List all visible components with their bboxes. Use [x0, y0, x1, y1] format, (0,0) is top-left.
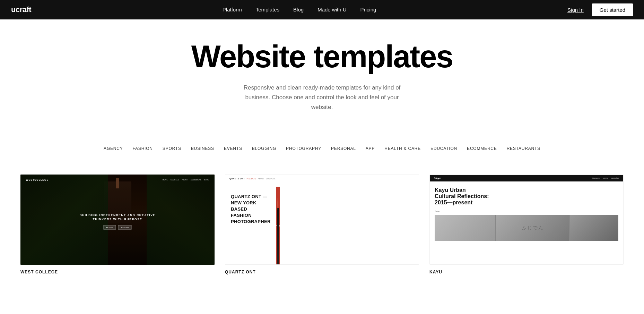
- hero-title: Website templates: [7, 40, 637, 73]
- template-preview-quartz-ont[interactable]: QUARTZ ONT PROJECTS ABOUT CONTACTS QUART…: [225, 175, 419, 265]
- kayu-link-works: works: [603, 177, 608, 179]
- filter-tab-restaurants[interactable]: RESTAURANTS: [502, 143, 545, 154]
- kayu-location: Tokyo: [435, 210, 618, 212]
- wc-mini-link-3: ABOUT: [182, 179, 188, 181]
- quartz-left-panel: QUARTZ ONT —NEW YORK BASEDFASHIONPHOTOGR…: [225, 187, 276, 264]
- nav-link-blog[interactable]: Blog: [293, 7, 304, 12]
- template-card-kayu[interactable]: /Kayu biography works contact us Kayu Ur…: [429, 175, 624, 274]
- kayu-photo-2: ふじでん: [496, 215, 569, 241]
- nav-link-templates[interactable]: Templates: [256, 7, 279, 12]
- nav-menu: Platform Templates Blog Made with U Pric…: [223, 7, 376, 13]
- template-name-quartz-ont: QUARTZ ONT: [225, 270, 419, 274]
- quartz-photo-bg: ‹ ›: [276, 187, 280, 264]
- wc-mini-logo: WESTCOLLEGE: [26, 179, 49, 181]
- hero-section: Website templates Responsive and clean r…: [0, 19, 644, 126]
- quartz-link-about: ABOUT: [258, 178, 264, 180]
- kayu-content-area: Kayu UrbanCultural Reflections:2015—pres…: [430, 181, 623, 264]
- wc-mini-link-5: BLOG: [204, 179, 209, 181]
- filter-tab-agency[interactable]: AGENCY: [99, 143, 128, 154]
- wc-cta-buttons: ABOUT US APPLY NOW: [79, 225, 155, 230]
- filter-tab-health-care[interactable]: HEALTH & CARE: [380, 143, 426, 154]
- kayu-headline: Kayu UrbanCultural Reflections:2015—pres…: [435, 187, 618, 206]
- navbar: ucraft Platform Templates Blog Made with…: [0, 0, 644, 19]
- wc-btn-apply: APPLY NOW: [118, 225, 131, 230]
- wc-minibar: WESTCOLLEGE HOME COURSES ABOUT ADMISSION…: [20, 179, 215, 181]
- nav-item-templates[interactable]: Templates: [256, 7, 279, 13]
- kayu-japanese-text: ふじでん: [522, 225, 544, 231]
- hero-subtitle: Responsive and clean ready-made template…: [239, 83, 405, 112]
- template-preview-west-college[interactable]: WESTCOLLEGE HOME COURSES ABOUT ADMISSION…: [20, 175, 215, 265]
- wc-mini-nav: HOME COURSES ABOUT ADMISSIONS BLOG: [163, 179, 209, 181]
- nav-item-pricing[interactable]: Pricing: [360, 7, 376, 13]
- quartz-right-panel: ‹ ›: [276, 187, 280, 264]
- quartz-mini-logo: QUARTZ ONT: [229, 178, 245, 180]
- navbar-right: Sign In Get started: [567, 3, 633, 16]
- quartz-next-arrow[interactable]: ›: [276, 223, 277, 228]
- quartz-person-silhouette: [277, 194, 279, 264]
- filter-tab-blogging[interactable]: BLOGGING: [247, 143, 281, 154]
- filter-tabs-container: AGENCY FASHION SPORTS BUSINESS EVENTS BL…: [0, 133, 644, 161]
- wc-btn-learn: ABOUT US: [103, 225, 116, 230]
- quartz-body-shape: [277, 208, 279, 264]
- wc-hero-text: BUILDING INDEPENDENT AND CREATIVETHINKER…: [79, 213, 155, 230]
- filter-tab-app[interactable]: APP: [361, 143, 380, 154]
- template-preview-kayu[interactable]: /Kayu biography works contact us Kayu Ur…: [429, 175, 624, 265]
- sign-in-link[interactable]: Sign In: [567, 7, 584, 13]
- quartz-link-contacts: CONTACTS: [266, 178, 275, 180]
- kayu-mini-nav: /Kayu biography works contact us: [430, 175, 623, 181]
- get-started-button[interactable]: Get started: [592, 3, 633, 16]
- kayu-photo-3: [570, 215, 618, 241]
- quartz-link-projects: PROJECTS: [247, 178, 256, 180]
- kayu-mini-links: biography works contact us: [592, 177, 619, 179]
- filter-tab-education[interactable]: EDUCATION: [426, 143, 462, 154]
- wc-headline: BUILDING INDEPENDENT AND CREATIVETHINKER…: [79, 213, 155, 222]
- filter-tab-ecommerce[interactable]: ECOMMERCE: [462, 143, 502, 154]
- kayu-mini-logo: /Kayu: [434, 177, 441, 179]
- nav-item-platform[interactable]: Platform: [223, 7, 242, 13]
- nav-link-platform[interactable]: Platform: [223, 7, 242, 12]
- kayu-photo-strip: ふじでん: [435, 215, 618, 241]
- quartz-headline: QUARTZ ONT —NEW YORK BASEDFASHIONPHOTOGR…: [231, 194, 271, 225]
- kayu-link-biography: biography: [592, 177, 600, 179]
- kayu-photo-1: [435, 215, 495, 241]
- quartz-mini-links: PROJECTS ABOUT CONTACTS: [247, 178, 276, 180]
- filter-tab-fashion[interactable]: FASHION: [128, 143, 158, 154]
- template-card-quartz-ont[interactable]: QUARTZ ONT PROJECTS ABOUT CONTACTS QUART…: [225, 175, 419, 274]
- nav-link-made-with-u[interactable]: Made with U: [317, 7, 346, 12]
- filter-tab-personal[interactable]: PERSONAL: [326, 143, 361, 154]
- wc-mini-link-2: COURSES: [171, 179, 179, 181]
- quartz-mini-nav: QUARTZ ONT PROJECTS ABOUT CONTACTS: [225, 175, 280, 180]
- filter-tab-events[interactable]: EVENTS: [219, 143, 247, 154]
- wc-mini-link-1: HOME: [163, 179, 168, 181]
- quartz-prev-arrow[interactable]: ‹: [279, 223, 280, 228]
- filter-tab-sports[interactable]: SPORTS: [158, 143, 186, 154]
- filter-tab-business[interactable]: BUSINESS: [186, 143, 219, 154]
- template-card-west-college[interactable]: WESTCOLLEGE HOME COURSES ABOUT ADMISSION…: [20, 175, 215, 274]
- filter-tab-photography[interactable]: PHOTOGRAPHY: [281, 143, 326, 154]
- logo[interactable]: ucraft: [11, 5, 31, 14]
- template-name-west-college: WEST COLLEGE: [20, 270, 215, 274]
- nav-item-blog[interactable]: Blog: [293, 7, 304, 13]
- template-name-kayu: KAYU: [429, 270, 624, 274]
- templates-grid: WESTCOLLEGE HOME COURSES ABOUT ADMISSION…: [10, 168, 634, 288]
- kayu-link-contact: contact us: [611, 177, 619, 179]
- nav-link-pricing[interactable]: Pricing: [360, 7, 376, 12]
- nav-item-made-with-u[interactable]: Made with U: [317, 7, 346, 13]
- quartz-body: QUARTZ ONT —NEW YORK BASEDFASHIONPHOTOGR…: [225, 187, 280, 264]
- wc-mini-link-4: ADMISSIONS: [191, 179, 201, 181]
